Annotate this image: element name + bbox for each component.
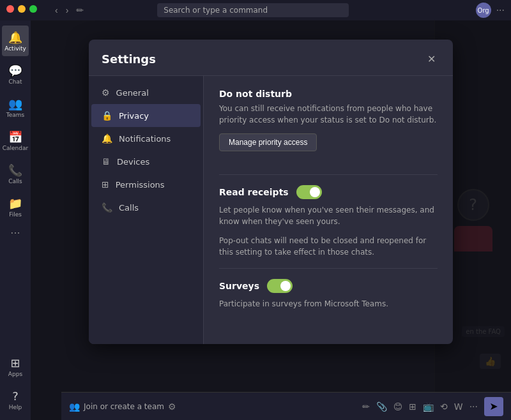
privacy-nav-icon: 🔒 <box>102 110 112 121</box>
dialog-body: ⚙ General 🔒 Privacy 🔔 Notifications <box>89 76 453 344</box>
emoji-icon[interactable]: 😊 <box>393 401 403 412</box>
settings-dialog: Settings ✕ ⚙ General 🔒 Privacy <box>89 40 453 344</box>
top-right: Org ··· <box>476 3 505 18</box>
loop-icon[interactable]: ⟲ <box>440 401 448 412</box>
nav-arrows: ‹ › <box>52 4 71 17</box>
teams-icon: 👥 <box>8 97 22 110</box>
dnd-section-desc: You can still receive notifications from… <box>219 103 438 126</box>
manage-priority-access-button[interactable]: Manage priority access <box>219 133 317 151</box>
content-area: ? 👍 en the FAQ Settings ✕ <box>31 20 511 420</box>
read-receipts-toggle[interactable] <box>296 185 322 199</box>
bottom-bar: 👥 Join or create a team ⚙ ✏ 📎 😊 ⊞ 📺 ⟲ W … <box>61 392 511 420</box>
apps-icon: ⊞ <box>10 356 20 370</box>
divider-2 <box>219 268 438 269</box>
main-layout: 🔔 Activity 💬 Chat 👥 Teams 📅 Calendar 📞 C… <box>0 20 511 420</box>
team-join-icon: 👥 <box>69 401 80 412</box>
sidebar-label-activity: Activity <box>4 45 26 52</box>
apps-bottom-icon[interactable]: ⊞ <box>409 401 416 412</box>
calls-icon: 📞 <box>8 163 22 177</box>
traffic-lights <box>6 5 37 13</box>
dnd-section-title: Do not disturb <box>219 89 438 99</box>
nav-item-devices[interactable]: 🖥 Devices <box>91 150 201 173</box>
nav-label-calls: Calls <box>119 203 139 213</box>
nav-label-general: General <box>116 88 149 98</box>
nav-item-privacy[interactable]: 🔒 Privacy <box>91 104 201 127</box>
user-avatar[interactable]: Org <box>476 3 491 18</box>
sidebar-item-calls[interactable]: 📞 Calls <box>2 158 29 189</box>
nav-label-devices: Devices <box>117 157 149 167</box>
sidebar-icons: 🔔 Activity 💬 Chat 👥 Teams 📅 Calendar 📞 C… <box>0 20 31 420</box>
sidebar-label-teams: Teams <box>6 112 24 118</box>
close-dialog-button[interactable]: ✕ <box>422 50 440 68</box>
dialog-overlay: Settings ✕ ⚙ General 🔒 Privacy <box>31 20 511 420</box>
nav-item-permissions[interactable]: ⊞ Permissions <box>91 173 201 196</box>
surveys-toggle[interactable] <box>267 279 293 293</box>
bottom-left: 👥 Join or create a team ⚙ <box>69 401 357 412</box>
bottom-settings-icon[interactable]: ⚙ <box>168 401 176 412</box>
sidebar-label-apps: Apps <box>8 371 22 377</box>
notifications-nav-icon: 🔔 <box>102 133 112 144</box>
nav-label-privacy: Privacy <box>119 111 149 121</box>
chat-icon: 💬 <box>8 64 22 77</box>
more-bottom-icon[interactable]: ··· <box>469 401 478 412</box>
compose-icon[interactable]: ✏ <box>76 5 84 15</box>
sidebar-item-teams[interactable]: 👥 Teams <box>2 92 29 123</box>
surveys-desc: Participate in surveys from Microsoft Te… <box>219 298 438 310</box>
sidebar-item-apps[interactable]: ⊞ Apps <box>2 351 29 382</box>
dialog-header: Settings ✕ <box>89 40 453 76</box>
dialog-title: Settings <box>102 52 156 66</box>
send-button[interactable]: ➤ <box>484 397 503 416</box>
sidebar-item-chat[interactable]: 💬 Chat <box>2 59 29 89</box>
read-receipts-title: Read receipts <box>219 187 289 197</box>
sidebar-label-chat: Chat <box>8 79 22 85</box>
calendar-icon: 📅 <box>8 130 22 144</box>
permissions-nav-icon: ⊞ <box>102 179 109 190</box>
close-traffic-light[interactable] <box>6 5 14 13</box>
maximize-traffic-light[interactable] <box>29 5 37 13</box>
search-placeholder: Search or type a command <box>164 6 268 15</box>
sidebar-item-help[interactable]: ? Help <box>2 384 29 415</box>
word-icon[interactable]: W <box>454 401 463 412</box>
surveys-row: Surveys <box>219 279 438 293</box>
sidebar-label-calls: Calls <box>8 178 22 184</box>
more-options-icon[interactable]: ··· <box>496 5 505 15</box>
nav-item-general[interactable]: ⚙ General <box>91 81 201 104</box>
sidebar-item-files[interactable]: 📁 Files <box>2 191 29 222</box>
calls-nav-icon: 📞 <box>102 202 112 213</box>
nav-forward-button[interactable]: › <box>63 4 72 17</box>
minimize-traffic-light[interactable] <box>18 5 26 13</box>
activity-icon: 🔔 <box>8 31 22 44</box>
format-icon[interactable]: ✏ <box>362 401 370 412</box>
help-icon: ? <box>12 389 19 403</box>
screen-share-icon[interactable]: 📺 <box>423 401 434 412</box>
send-icon: ➤ <box>489 400 498 412</box>
nav-item-notifications[interactable]: 🔔 Notifications <box>91 127 201 150</box>
surveys-title: Surveys <box>219 281 259 291</box>
devices-nav-icon: 🖥 <box>102 156 111 167</box>
search-bar[interactable]: Search or type a command <box>157 3 349 17</box>
nav-item-calls[interactable]: 📞 Calls <box>91 196 201 219</box>
sidebar-item-activity[interactable]: 🔔 Activity <box>2 26 29 56</box>
general-nav-icon: ⚙ <box>102 87 110 98</box>
sidebar-label-help: Help <box>9 404 22 410</box>
nav-back-button[interactable]: ‹ <box>52 4 61 17</box>
read-receipts-desc1: Let people know when you've seen their m… <box>219 204 438 227</box>
divider-1 <box>219 174 438 175</box>
sidebar-label-files: Files <box>9 211 22 218</box>
settings-content: Do not disturb You can still receive not… <box>204 76 453 344</box>
files-icon: 📁 <box>8 197 22 210</box>
sidebar-label-calendar: Calendar <box>3 145 28 151</box>
attach-icon[interactable]: 📎 <box>376 401 387 412</box>
sidebar-bottom-icons: ⊞ Apps ? Help <box>2 351 29 420</box>
sidebar-item-calendar[interactable]: 📅 Calendar <box>2 125 29 156</box>
join-team-label[interactable]: Join or create a team <box>84 402 164 411</box>
nav-label-notifications: Notifications <box>119 134 171 144</box>
read-receipts-desc2: Pop-out chats will need to be closed and… <box>219 235 438 258</box>
more-apps-icon[interactable]: ··· <box>10 227 20 239</box>
top-bar: ‹ › ✏ Search or type a command Org ··· <box>0 0 511 20</box>
nav-label-permissions: Permissions <box>116 180 165 190</box>
settings-nav: ⚙ General 🔒 Privacy 🔔 Notifications <box>89 76 204 344</box>
bottom-right-icons: ✏ 📎 😊 ⊞ 📺 ⟲ W ··· ➤ <box>362 397 503 416</box>
read-receipts-row: Read receipts <box>219 185 438 199</box>
